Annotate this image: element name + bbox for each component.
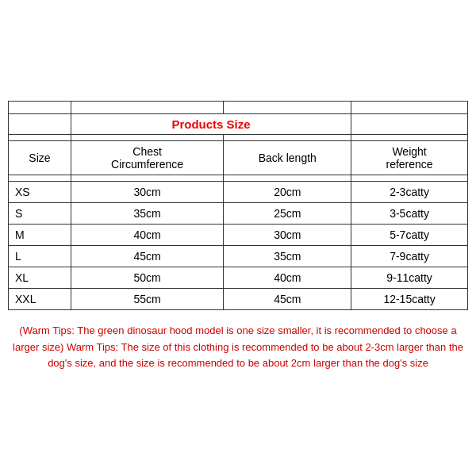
col-chest-header: ChestCircumference (71, 140, 224, 175)
table-row: M 40cm 30cm 5-7catty (9, 224, 468, 245)
table-row: XS 30cm 20cm 2-3catty (9, 181, 468, 202)
table-row: XL 50cm 40cm 9-11catty (9, 267, 468, 288)
col-back-header: Back length (224, 140, 351, 175)
spacer-row-2 (9, 175, 468, 181)
col-weight-header: Weightreference (351, 140, 468, 175)
table-row: S 35cm 25cm 3-5catty (9, 202, 468, 224)
top-empty-row-1 (9, 101, 468, 113)
header-row: Size ChestCircumference Back length Weig… (9, 140, 468, 175)
warm-tips-text: (Warm Tips: The green dinosaur hood mode… (8, 320, 468, 375)
spacer-row (9, 134, 468, 140)
table-row: L 45cm 35cm 7-9catty (9, 245, 468, 267)
title-row: Products Size (9, 113, 468, 134)
col-size-header: Size (9, 140, 71, 175)
main-container: Products Size Size ChestCircumference Ba… (8, 101, 468, 375)
table-row: XXL 55cm 45cm 12-15catty (9, 288, 468, 309)
size-table: Products Size Size ChestCircumference Ba… (8, 101, 468, 310)
products-size-title: Products Size (171, 117, 250, 131)
